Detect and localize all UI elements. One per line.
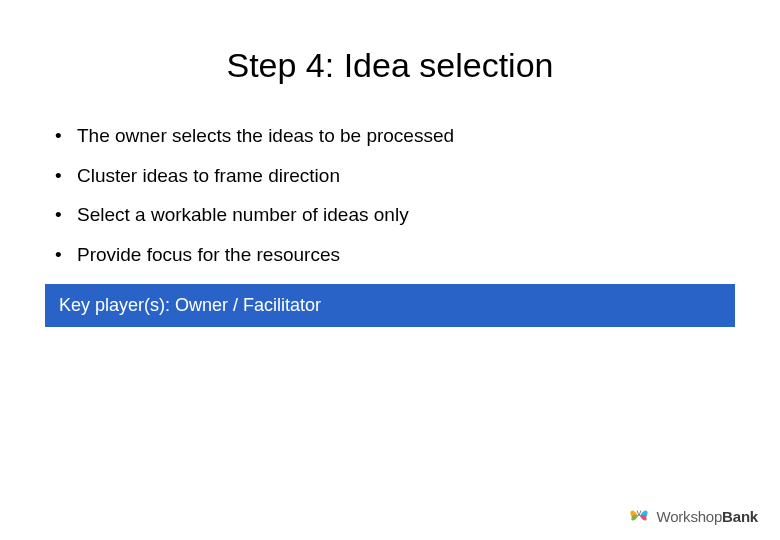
list-item: The owner selects the ideas to be proces… <box>55 123 735 149</box>
list-item: Cluster ideas to frame direction <box>55 163 735 189</box>
key-players-text: Key player(s): Owner / Facilitator <box>59 295 321 315</box>
slide-title: Step 4: Idea selection <box>45 46 735 85</box>
bullet-list: The owner selects the ideas to be proces… <box>45 123 735 268</box>
footer-brand: WorkshopBank <box>628 506 758 526</box>
bullet-text: Select a workable number of ideas only <box>77 202 409 228</box>
list-item: Provide focus for the resources <box>55 242 735 268</box>
key-players-box: Key player(s): Owner / Facilitator <box>45 284 735 327</box>
bullet-text: Cluster ideas to frame direction <box>77 163 340 189</box>
list-item: Select a workable number of ideas only <box>55 202 735 228</box>
slide: Step 4: Idea selection The owner selects… <box>0 0 780 540</box>
butterfly-icon <box>628 506 650 526</box>
bullet-text: The owner selects the ideas to be proces… <box>77 123 454 149</box>
brand-part1: Workshop <box>656 508 722 525</box>
brand-part2: Bank <box>722 508 758 525</box>
brand-text: WorkshopBank <box>656 508 758 525</box>
bullet-text: Provide focus for the resources <box>77 242 340 268</box>
